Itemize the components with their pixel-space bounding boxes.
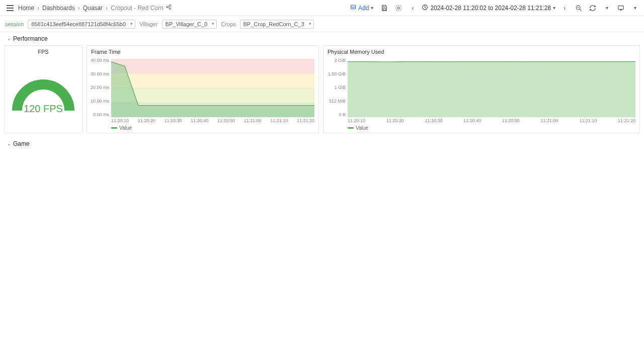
- chevron-down-icon: ⌄: [7, 36, 11, 41]
- chevron-down-icon: ▾: [371, 5, 373, 11]
- breadcrumb-sep: ›: [106, 5, 108, 12]
- svg-point-9: [398, 7, 400, 9]
- gauge-value: 120 FPS: [8, 103, 78, 115]
- row-performance-title: Performance: [13, 35, 48, 42]
- chevron-down-icon: ▾: [553, 5, 555, 11]
- save-icon[interactable]: [379, 3, 389, 13]
- legend-swatch: [111, 127, 117, 129]
- chevron-down-icon: ⌄: [7, 141, 11, 146]
- time-range-text: 2024-02-28 11:20:02 to 2024-02-28 11:21:…: [430, 5, 551, 12]
- breadcrumb-current: Cropout - Red Corn: [111, 5, 164, 12]
- breadcrumb-dashboards[interactable]: Dashboards: [42, 5, 75, 12]
- svg-rect-18: [111, 73, 314, 88]
- refresh-icon[interactable]: [588, 3, 598, 13]
- panel-fps-title: FPS: [34, 46, 52, 58]
- chevron-left-icon[interactable]: ‹: [408, 3, 418, 13]
- svg-line-3: [168, 6, 169, 7]
- menu-icon[interactable]: [4, 2, 16, 14]
- breadcrumb-sep: ›: [37, 5, 39, 12]
- svg-point-0: [166, 7, 168, 8]
- frame-time-chart: 40.00 ms30.00 ms20.00 ms10.00 ms0.00 ms …: [87, 58, 318, 124]
- row-performance-header[interactable]: ⌄ Performance: [0, 32, 644, 45]
- breadcrumb-sep: ›: [78, 5, 80, 12]
- panel-fps[interactable]: FPS 120 FPS: [4, 45, 83, 133]
- frame-time-legend: Value: [87, 124, 318, 133]
- svg-line-12: [580, 9, 581, 11]
- row-game-title: Game: [13, 140, 30, 147]
- row-performance-panels: FPS 120 FPS Frame Time 40.00 ms30.00 ms2…: [0, 45, 644, 137]
- clock-icon: [422, 4, 428, 12]
- row-game-header[interactable]: ⌄ Game: [0, 137, 644, 150]
- memory-chart: 2 GiB1.50 GiB1 GiB512 MiB0 B 11:20:1011:…: [324, 58, 639, 124]
- svg-line-4: [168, 8, 169, 9]
- var-session-label: session: [5, 21, 24, 27]
- panel-memory[interactable]: Physical Memory Used 2 GiB1.50 GiB1 GiB5…: [323, 45, 640, 133]
- top-bar: Home › Dashboards › Quasar › Cropout - R…: [0, 0, 644, 16]
- panel-memory-title: Physical Memory Used: [324, 46, 639, 58]
- gauge: 120 FPS: [8, 58, 78, 133]
- svg-rect-17: [111, 59, 314, 73]
- kiosk-icon[interactable]: [616, 3, 626, 13]
- svg-rect-19: [111, 88, 314, 103]
- var-villager-label: Villager: [139, 21, 158, 27]
- var-crops-label: Crops: [221, 21, 235, 27]
- add-label: Add: [358, 5, 369, 12]
- svg-point-2: [169, 8, 171, 10]
- panel-frame-time-title: Frame Time: [87, 46, 318, 58]
- share-icon[interactable]: [166, 4, 172, 12]
- breadcrumb-folder[interactable]: Quasar: [83, 5, 103, 12]
- svg-point-1: [169, 5, 171, 7]
- variables-bar: session 8581c413eef54ece887121d58f4c65b0…: [0, 16, 644, 32]
- chevron-down-icon[interactable]: ▾: [630, 3, 640, 13]
- svg-rect-14: [618, 6, 624, 9]
- var-crops-select[interactable]: BP_Crop_RedCorn_C_3: [240, 20, 314, 29]
- legend-swatch: [348, 127, 354, 129]
- legend-label: Value: [119, 125, 132, 131]
- breadcrumb: Home › Dashboards › Quasar › Cropout - R…: [18, 5, 164, 12]
- var-session-select[interactable]: 8581c413eef54ece887121d58f4c65b0: [28, 20, 135, 29]
- add-button[interactable]: Add ▾: [348, 3, 375, 13]
- panel-icon: [350, 4, 356, 12]
- chevron-right-icon[interactable]: ›: [559, 3, 570, 13]
- gear-icon[interactable]: [393, 3, 404, 13]
- panel-frame-time[interactable]: Frame Time 40.00 ms30.00 ms20.00 ms10.00…: [87, 45, 319, 133]
- svg-rect-8: [383, 8, 386, 10]
- var-villager-select[interactable]: BP_Villager_C_0: [162, 20, 217, 29]
- legend-label: Value: [356, 125, 368, 131]
- time-range-picker[interactable]: 2024-02-28 11:20:02 to 2024-02-28 11:21:…: [422, 4, 555, 12]
- refresh-interval-chevron[interactable]: ▾: [602, 3, 612, 13]
- topbar-right: Add ▾ ‹ 2024-02-28 11:20:02 to 2024-02-2…: [348, 3, 640, 13]
- zoom-out-icon[interactable]: [574, 3, 584, 13]
- breadcrumb-home[interactable]: Home: [18, 5, 34, 12]
- memory-legend: Value: [324, 124, 639, 133]
